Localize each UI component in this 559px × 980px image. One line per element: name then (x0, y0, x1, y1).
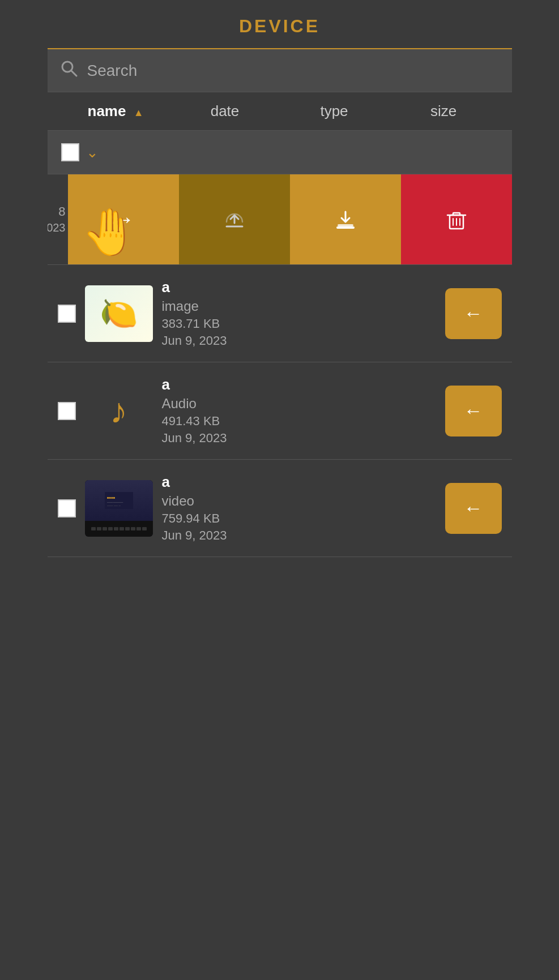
key (97, 527, 101, 530)
key (142, 527, 147, 530)
video-screen-content: ■■■■ ──────── ─── ── ─ (105, 492, 133, 509)
key (136, 527, 141, 530)
key (131, 527, 135, 530)
file-date-2: Jun 9, 2023 (162, 431, 436, 446)
file-date-3: Jun 9, 2023 (162, 528, 436, 543)
file-checkbox-1[interactable] (58, 305, 76, 323)
search-icon (60, 59, 78, 82)
header: DEVICE (48, 0, 512, 49)
file-row: ♪ a Audio 491.43 KB Jun 9, 2023 (48, 362, 512, 460)
key (91, 527, 96, 530)
video-keyboard (85, 521, 153, 537)
file-thumb-lemon: 🍋 (85, 285, 153, 342)
file-thumb-audio: ♪ (85, 383, 153, 439)
key (103, 527, 107, 530)
sort-row: name ▲ date type size (48, 92, 512, 131)
svg-rect-3 (336, 226, 355, 229)
trash-icon (444, 207, 469, 232)
sort-type[interactable]: type (280, 102, 389, 120)
action-partial-bg: 8 023 (48, 174, 68, 264)
file-row: 🍋 a image 383.71 KB Jun 9, 2023 (48, 265, 512, 362)
file-size-3: 759.94 KB (162, 511, 436, 526)
file-type-1: image (162, 298, 436, 314)
arrow-left-icon (464, 302, 483, 324)
select-all-checkbox[interactable] (61, 143, 79, 161)
action-delete-button[interactable] (401, 174, 512, 264)
chevron-down-icon[interactable]: ⌄ (86, 144, 99, 161)
file-info-3: a video 759.94 KB Jun 9, 2023 (162, 473, 436, 543)
sort-date[interactable]: date (170, 102, 280, 120)
file-checkbox-2[interactable] (58, 402, 76, 420)
file-date-1: Jun 9, 2023 (162, 333, 436, 348)
file-info-2: a Audio 491.43 KB Jun 9, 2023 (162, 376, 436, 446)
file-size-2: 491.43 KB (162, 414, 436, 429)
key (114, 527, 118, 530)
video-thumbnail: ■■■■ ──────── ─── ── ─ (85, 480, 153, 537)
svg-rect-2 (338, 224, 353, 226)
action-move-button[interactable]: → (68, 174, 179, 264)
search-bar (48, 49, 512, 92)
device-panel: DEVICE name ▲ date type size ⌄ (48, 0, 512, 980)
key (108, 527, 113, 530)
arrow-left-icon (464, 400, 483, 422)
sort-arrow: ▲ (134, 107, 144, 118)
action-download-button[interactable] (290, 174, 401, 264)
file-thumb-video: ■■■■ ──────── ─── ── ─ (85, 480, 153, 537)
action-upload-button[interactable] (179, 174, 290, 264)
file-row: ■■■■ ──────── ─── ── ─ (48, 460, 512, 557)
file-name-1: a (162, 279, 436, 296)
file-action-button-2[interactable] (445, 386, 502, 436)
download-icon (333, 207, 358, 232)
file-action-button-1[interactable] (445, 288, 502, 339)
arrow-right-icon: → (112, 207, 135, 232)
file-action-button-3[interactable] (445, 483, 502, 534)
file-type-3: video (162, 493, 436, 509)
select-all-wrap: ⌄ (61, 143, 99, 161)
lemon-image: 🍋 (100, 296, 138, 331)
search-input[interactable] (87, 62, 500, 80)
file-info-1: a image 383.71 KB Jun 9, 2023 (162, 279, 436, 348)
music-note-icon: ♪ (110, 391, 127, 431)
sort-size[interactable]: size (389, 102, 498, 120)
file-name-2: a (162, 376, 436, 393)
file-type-2: Audio (162, 396, 436, 412)
action-buttons-row: 8 023 → (48, 174, 512, 265)
header-title: DEVICE (48, 16, 512, 48)
file-checkbox-3[interactable] (58, 499, 76, 517)
file-name-3: a (162, 473, 436, 491)
arrow-left-icon (464, 497, 483, 519)
sort-name[interactable]: name ▲ (61, 102, 170, 120)
key (125, 527, 130, 530)
file-size-1: 383.71 KB (162, 316, 436, 331)
svg-line-1 (71, 71, 76, 76)
key (120, 527, 124, 530)
upload-icon (222, 207, 247, 232)
video-screen: ■■■■ ──────── ─── ── ─ (85, 480, 153, 521)
select-all-row: ⌄ (48, 131, 512, 174)
svg-text:─── ── ─: ─── ── ─ (106, 504, 121, 507)
svg-text:■■■■: ■■■■ (107, 496, 116, 499)
